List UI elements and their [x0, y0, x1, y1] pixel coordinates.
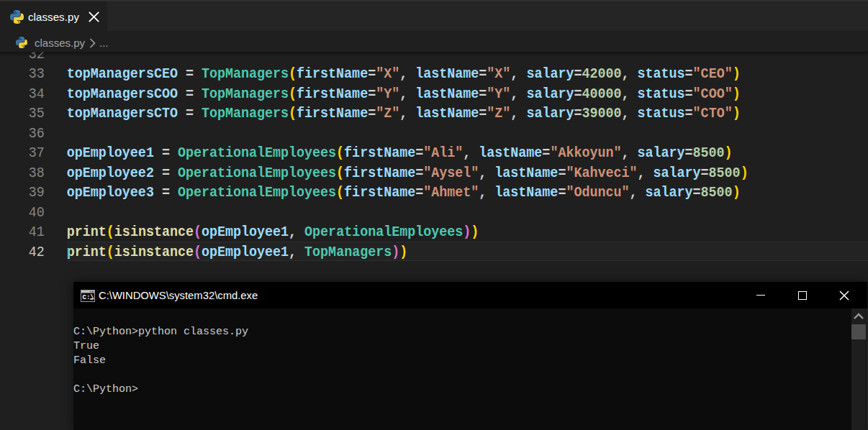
svg-text:C:\: C:\	[83, 294, 95, 301]
